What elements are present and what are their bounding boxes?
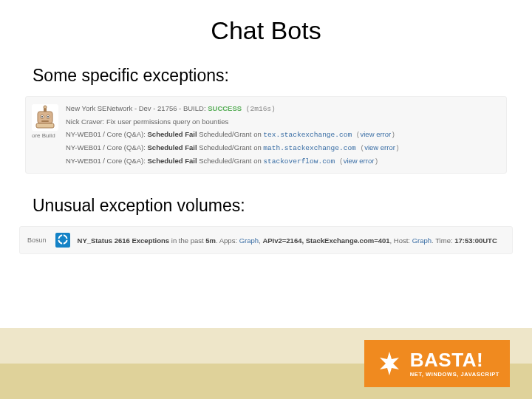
bosun-avatar — [55, 233, 70, 248]
subhead-specific-exceptions: Some specific exceptions: — [0, 66, 532, 86]
robot-icon — [32, 104, 58, 131]
brand-name: BASTA! — [410, 350, 499, 369]
svg-rect-8 — [36, 123, 54, 128]
graph-link[interactable]: Graph — [412, 236, 432, 245]
svg-point-3 — [41, 116, 43, 117]
brand-badge: BASTA! NET, WINDOWS, JAVASCRIPT — [364, 340, 510, 387]
slide-title: Chat Bots — [0, 0, 532, 45]
bot-avatar-block: ore Build — [32, 104, 58, 166]
svg-rect-5 — [41, 120, 49, 122]
brand-tagline: NET, WINDOWS, JAVASCRIPT — [410, 372, 499, 378]
slide: Chat Bots Some specific exceptions: — [0, 0, 532, 399]
msg-fail-math: NY-WEB01 / Core (Q&A): Scheduled Fail Sc… — [66, 143, 499, 152]
msg-fail-tex: NY-WEB01 / Core (Q&A): Scheduled Fail Sc… — [66, 130, 499, 139]
svg-point-7 — [44, 106, 47, 109]
messages-list: New York SENetwork - Dev - 21756 - BUILD… — [66, 104, 499, 166]
msg-status-exceptions: NY_Status 2616 Exceptions in the past 5m… — [78, 236, 505, 245]
svg-point-4 — [47, 116, 49, 117]
msg-commit: Nick Craver: Fix user permissions query … — [66, 117, 499, 126]
bot-avatar-label: ore Build — [32, 132, 58, 139]
basta-logo-icon — [375, 349, 404, 378]
view-error-link[interactable]: view error — [361, 130, 392, 138]
view-error-link[interactable]: view error — [344, 157, 375, 165]
view-error-link[interactable]: view error — [364, 143, 395, 151]
msg-build-success: New York SENetwork - Dev - 21756 - BUILD… — [66, 104, 499, 113]
bot-avatar — [32, 104, 58, 131]
subhead-unusual-volumes: Unusual exception volumes: — [0, 196, 532, 216]
brand-block: BASTA! NET, WINDOWS, JAVASCRIPT — [347, 328, 510, 399]
msg-fail-so: NY-WEB01 / Core (Q&A): Scheduled Fail Sc… — [66, 157, 499, 166]
chat-panel-specific: ore Build New York SENetwork - Dev - 217… — [25, 96, 507, 174]
brand-text: BASTA! NET, WINDOWS, JAVASCRIPT — [410, 350, 499, 378]
bosun-label: Bosun — [27, 236, 47, 244]
chat-panel-volumes: Bosun NY_Status 2616 Exceptions in the p… — [19, 226, 513, 254]
graph-link[interactable]: Graph — [239, 236, 259, 245]
lifebuoy-icon — [58, 234, 68, 246]
